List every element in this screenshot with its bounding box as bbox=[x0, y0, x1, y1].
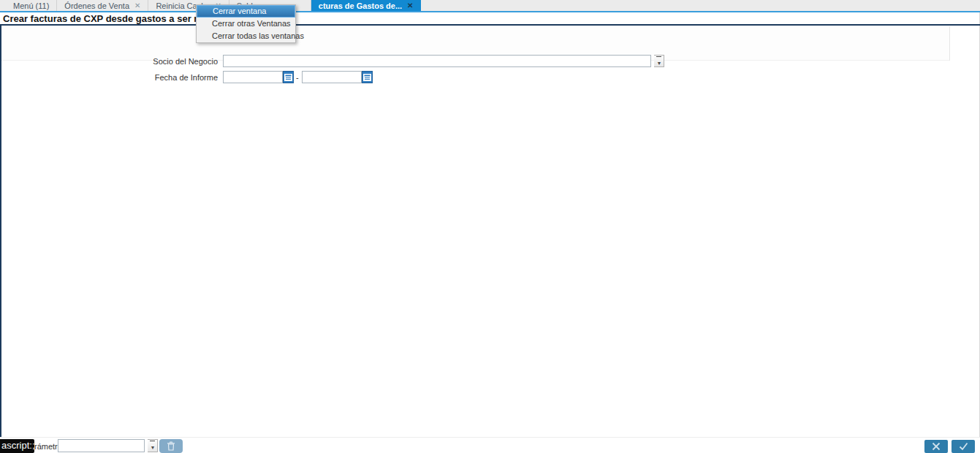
report-date-range: - bbox=[223, 71, 373, 83]
tab-bar: Menú (11) Órdenes de Venta ✕ Reinicia Ca… bbox=[0, 0, 980, 12]
title-divider bbox=[0, 24, 980, 26]
tab-label: cturas de Gastos de... bbox=[319, 1, 402, 10]
date-from-input[interactable] bbox=[223, 71, 283, 83]
tab-context-menu: Cerrar ventana Cerrar otras Ventanas Cer… bbox=[196, 4, 296, 43]
menu-item-cerrar-ventana[interactable]: Cerrar ventana bbox=[197, 5, 295, 18]
tab-ordenes-de-venta[interactable]: Órdenes de Venta ✕ bbox=[57, 0, 148, 11]
dropdown-button[interactable]: ▼ bbox=[148, 439, 158, 452]
page-title: Crear facturas de CXP desde gastos a ser… bbox=[3, 13, 222, 24]
calendar-button[interactable] bbox=[362, 71, 373, 83]
calendar-button[interactable] bbox=[283, 71, 294, 83]
close-icon[interactable]: ✕ bbox=[134, 2, 140, 9]
process-parameter-panel: Socio del Negocio ▼ Fecha de Informe - bbox=[1, 26, 950, 61]
chevron-down-icon: ▼ bbox=[656, 56, 661, 69]
business-partner-input[interactable] bbox=[223, 55, 651, 67]
business-partner-label: Socio del Negocio bbox=[45, 57, 218, 66]
saved-parameter-combobox[interactable]: ▼ bbox=[58, 439, 158, 452]
app-window: Menú (11) Órdenes de Venta ✕ Reinicia Ca… bbox=[0, 0, 980, 453]
trash-icon bbox=[167, 441, 175, 451]
confirm-button[interactable] bbox=[951, 440, 975, 453]
chevron-down-icon: ▼ bbox=[150, 441, 155, 453]
cancel-button[interactable] bbox=[924, 440, 948, 453]
status-bar: ascript:; rámetro ▼ bbox=[0, 437, 980, 453]
content-left-border bbox=[0, 26, 1, 437]
business-partner-combobox[interactable]: ▼ bbox=[223, 55, 664, 68]
tab-label: Órdenes de Venta bbox=[64, 1, 129, 10]
calendar-icon bbox=[284, 73, 292, 81]
report-date-label: Fecha de Informe bbox=[45, 73, 218, 82]
dropdown-button[interactable]: ▼ bbox=[654, 55, 664, 67]
x-icon bbox=[932, 442, 941, 451]
tab-menu[interactable]: Menú (11) bbox=[6, 0, 57, 11]
date-range-separator: - bbox=[296, 73, 299, 82]
link-url-tooltip: ascript:; bbox=[0, 439, 34, 453]
tab-facturas-de-gastos[interactable]: cturas de Gastos de... ✕ bbox=[311, 0, 421, 11]
saved-parameter-input[interactable] bbox=[58, 439, 145, 452]
menu-item-cerrar-otras-ventanas[interactable]: Cerrar otras Ventanas bbox=[197, 18, 295, 30]
delete-parameter-button[interactable] bbox=[159, 439, 183, 453]
calendar-icon bbox=[363, 73, 371, 81]
date-to-input[interactable] bbox=[302, 71, 362, 83]
menu-item-cerrar-todas-las-ventanas[interactable]: Cerrar todas las ventanas bbox=[197, 30, 295, 42]
close-icon[interactable]: ✕ bbox=[407, 2, 413, 9]
check-icon bbox=[959, 442, 968, 451]
tab-label: Menú (11) bbox=[13, 1, 49, 10]
